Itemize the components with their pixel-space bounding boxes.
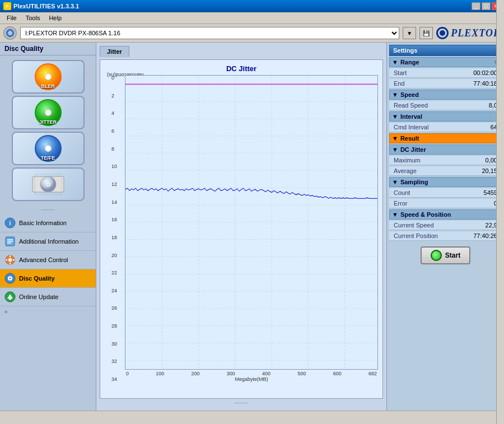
interval-label: Interval [400, 113, 422, 120]
range-toggle-icon: ▼ [392, 59, 398, 66]
start-label: Start [445, 251, 460, 259]
chart-container: DC Jitter Nanosecond(ns) 34 32 30 28 26 [100, 59, 383, 399]
panel-row-current-speed: Current Speed 22,9 [389, 221, 502, 230]
speed-label: Speed [400, 91, 419, 98]
bottom-dots: ········· [100, 399, 383, 407]
panel-row-count: Count 5459 [389, 188, 502, 198]
advanced-control-icon [4, 254, 16, 265]
svg-point-22 [10, 278, 11, 279]
dc-jitter-label: DC Jitter [400, 146, 426, 153]
panel-row-current-position: Current Position 77:40:26 [389, 231, 502, 241]
additional-information-icon [4, 236, 16, 247]
disc-button-jitter[interactable]: JITTER [12, 96, 85, 129]
panel-row-dc-jitter-avg: Average 20,15 [389, 166, 502, 176]
svg-text:i: i [10, 220, 11, 226]
sidebar-item-label-basic-information: Basic Information [19, 220, 67, 226]
sidebar-item-advanced-control[interactable]: Advanced Control [0, 251, 96, 269]
disc-label-jitter: JITTER [39, 119, 57, 125]
chart-svg [125, 76, 377, 369]
dots-separator: ········· [0, 206, 96, 214]
plextor-logo: PLEXTOR [436, 27, 501, 39]
panel-section-dc-jitter[interactable]: ▼ DC Jitter [389, 145, 502, 155]
sidebar-item-label-disc-quality: Disc Quality [19, 275, 55, 282]
chart-inner: Nanosecond(ns) 34 32 30 28 26 24 22 20 1… [105, 75, 378, 382]
content-area: Jitter DC Jitter Nanosecond(ns) 34 32 30 [96, 43, 386, 411]
panel-section-speed-position[interactable]: ▼ Speed & Position [389, 209, 502, 220]
nav-items: i Basic Information Additional Informati… [0, 214, 96, 306]
panel-row-error: Error 0 [389, 199, 502, 208]
svg-point-7 [47, 184, 49, 185]
start-icon [431, 250, 442, 261]
main-layout: Disc Quality BLER JITTER TE/FE [0, 43, 504, 411]
x-axis: 0 100 200 300 400 500 600 682 [125, 370, 378, 376]
app-title: PlexUTILITIES v1.3.3.1 [13, 3, 79, 10]
disc-button-bler[interactable]: BLER [12, 60, 85, 94]
tab-bar: Jitter [100, 46, 383, 57]
panel-section-interval[interactable]: ▼ Interval [389, 111, 502, 122]
disc-icons-container: BLER JITTER TE/FE [0, 55, 96, 206]
sampling-toggle-icon: ▼ [392, 179, 398, 185]
sidebar-item-disc-quality[interactable]: Disc Quality [0, 269, 96, 288]
titlebar: P PlexUTILITIES v1.3.3.1 _ □ ✕ [0, 0, 504, 12]
result-label: Result [400, 135, 419, 142]
maximize-button[interactable]: □ [482, 2, 491, 10]
disc-button-tefe[interactable]: TE/FE [12, 132, 85, 165]
panel-header: Settings [389, 45, 502, 56]
disc-label-bler: BLER [41, 83, 55, 89]
menu-file[interactable]: File [2, 13, 21, 22]
panel-row-read-speed: Read Speed 8,0 [389, 101, 502, 110]
chart-plot-area [125, 75, 378, 370]
sidebar-item-online-update[interactable]: Online Update [0, 288, 96, 306]
menu-tools[interactable]: Tools [21, 13, 45, 22]
sidebar-item-label-advanced-control: Advanced Control [19, 257, 68, 263]
disc-button-generic[interactable] [12, 167, 85, 201]
panel-section-speed[interactable]: ▼ Speed [389, 90, 502, 100]
y-axis: 34 32 30 28 26 24 22 20 18 16 14 12 [111, 75, 125, 382]
menubar: File Tools Help [0, 12, 504, 24]
device-select[interactable]: I:PLEXTOR DVDR PX-806SA 1.16 [20, 27, 399, 39]
expand-arrow[interactable]: » [0, 306, 96, 317]
dropdown-button[interactable]: ▼ [403, 27, 416, 39]
panel-row-cmd-interval: Cmd Interval 64 [389, 123, 502, 132]
interval-toggle-icon: ▼ [392, 113, 398, 120]
speed-toggle-icon: ▼ [392, 91, 398, 98]
device-icon [3, 26, 17, 40]
disc-label-tefe: TE/FE [41, 155, 55, 161]
y-axis-container: Nanosecond(ns) 34 32 30 28 26 24 22 20 1… [105, 75, 125, 382]
range-label: Range [400, 59, 419, 66]
sidebar-section-title: Disc Quality [0, 43, 96, 55]
minimize-button[interactable]: _ [472, 2, 480, 10]
svg-point-2 [10, 32, 11, 34]
sidebar: Disc Quality BLER JITTER TE/FE [0, 43, 96, 411]
vertical-scrollbar[interactable] [496, 0, 504, 422]
result-toggle-icon: ▼ [392, 135, 398, 142]
svg-rect-25 [9, 299, 11, 300]
basic-information-icon: i [4, 217, 16, 229]
panel-section-range[interactable]: ▼ Range ⟳ [389, 57, 502, 67]
plextor-circle-icon [436, 27, 449, 39]
sidebar-item-additional-information[interactable]: Additional Information [0, 232, 96, 251]
app-icon: P [3, 2, 11, 10]
statusbar [0, 411, 504, 422]
save-button[interactable]: 💾 [419, 27, 433, 39]
sidebar-item-label-online-update: Online Update [19, 293, 58, 300]
right-panel: Settings ▼ Range ⟳ Start 00:02:00 End 77… [386, 43, 504, 411]
chart-title: DC Jitter [105, 64, 378, 73]
x-axis-label: Megabyte(MB) [125, 376, 378, 382]
panel-row-dc-jitter-max: Maximum 0,00 [389, 156, 502, 165]
menu-help[interactable]: Help [44, 13, 66, 22]
sidebar-item-basic-information[interactable]: i Basic Information [0, 214, 96, 232]
titlebar-left: P PlexUTILITIES v1.3.3.1 [3, 2, 79, 10]
start-button[interactable]: Start [421, 246, 470, 264]
tab-jitter[interactable]: Jitter [100, 46, 129, 57]
toolbar: I:PLEXTOR DVDR PX-806SA 1.16 ▼ 💾 PLEXTOR [0, 24, 504, 43]
panel-section-sampling[interactable]: ▼ Sampling [389, 177, 502, 187]
speed-position-toggle-icon: ▼ [392, 211, 398, 218]
svg-point-15 [8, 258, 12, 262]
panel-result-header[interactable]: ▼ Result [389, 133, 502, 143]
dc-jitter-toggle-icon: ▼ [392, 146, 398, 153]
panel-row-end: End 77:40:18 [389, 79, 502, 88]
sidebar-item-label-additional-information: Additional Information [19, 238, 78, 245]
disc-quality-icon [4, 273, 16, 284]
disc-generic-icon [31, 172, 65, 197]
